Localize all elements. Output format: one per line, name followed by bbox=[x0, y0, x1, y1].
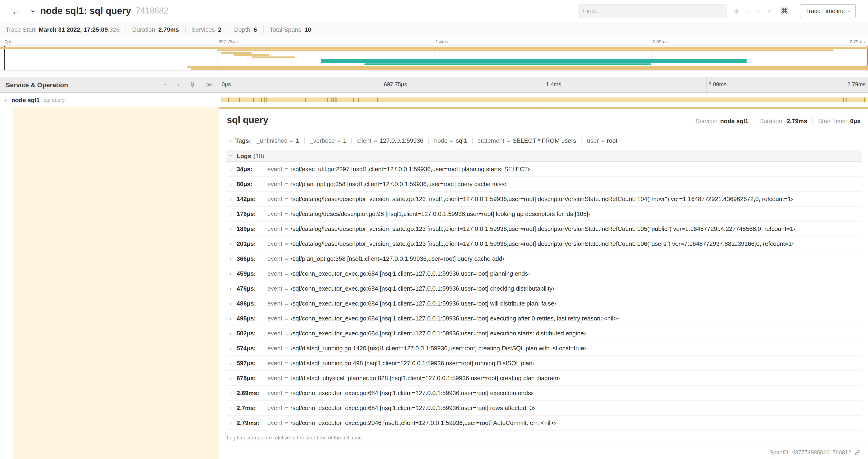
log-row[interactable]: ›502μs:event=‹sql/conn_executor_exec.go:… bbox=[226, 326, 862, 341]
span-row-timeline-cell[interactable] bbox=[219, 93, 868, 107]
minimap-left-handle[interactable] bbox=[4, 46, 5, 70]
log-marker bbox=[846, 97, 846, 102]
log-row[interactable]: ›201μs:event=‹sql/catalog/lease/descript… bbox=[226, 236, 862, 252]
log-field-value: ‹sql/exec_util.go:2297 [nsql1,client=127… bbox=[290, 166, 530, 173]
minimap-tick-label: 697.75μs bbox=[218, 39, 238, 44]
span-id-label: SpanID: bbox=[770, 449, 790, 456]
tag-key: _verbose bbox=[310, 137, 335, 144]
log-row[interactable]: ›495μs:event=‹sql/conn_executor_exec.go:… bbox=[226, 311, 862, 326]
log-field-key: event bbox=[268, 240, 282, 247]
log-field-value: ‹sql/conn_executor_exec.go:684 [nsql1,cl… bbox=[290, 390, 533, 396]
minimap-span bbox=[321, 61, 746, 63]
next-result-chevron-icon[interactable]: › bbox=[754, 10, 762, 12]
log-equals: = bbox=[285, 374, 288, 382]
log-row[interactable]: ›142μs:event=‹sql/catalog/lease/descript… bbox=[226, 192, 862, 207]
log-row[interactable]: ›2.69ms:event=‹sql/conn_executor_exec.go… bbox=[226, 386, 862, 401]
collapse-one-chevron-icon[interactable]: › bbox=[162, 84, 169, 86]
log-field-value: ‹sql/conn_executor_exec.go:2046 [nsql1,c… bbox=[290, 419, 556, 426]
logs-header[interactable]: › Logs (18) bbox=[226, 150, 862, 162]
minimap-span bbox=[321, 59, 746, 61]
log-row[interactable]: ›574μs:event=‹sql/distsql_running.go:142… bbox=[226, 341, 862, 356]
log-row[interactable]: ›189μs:event=‹sql/catalog/lease/descript… bbox=[226, 222, 862, 236]
tag-key: node bbox=[434, 137, 448, 144]
span-row: › node sql1 sql query bbox=[0, 93, 868, 107]
trace-start-label: Trace Start bbox=[6, 26, 35, 33]
detail-row-left-column bbox=[0, 107, 219, 459]
log-row[interactable]: ›2.79ms:event=‹sql/conn_executor_exec.go… bbox=[226, 416, 862, 431]
keyboard-shortcuts-button[interactable]: ⌘ bbox=[780, 6, 788, 16]
chevron-right-icon: › bbox=[229, 390, 231, 396]
log-field-key: event bbox=[268, 330, 282, 337]
chevron-right-icon: › bbox=[229, 405, 231, 411]
service-operation-header: Service & Operation › › ≫ ≫ bbox=[0, 77, 219, 92]
log-field-key: event bbox=[268, 300, 282, 307]
chevron-down-icon: › bbox=[228, 155, 235, 157]
minimap-canvas[interactable] bbox=[0, 45, 868, 70]
log-equals: = bbox=[285, 330, 288, 337]
log-equals: = bbox=[285, 419, 288, 426]
back-button[interactable]: ← bbox=[11, 5, 21, 17]
collapse-all-chevron-icon[interactable]: ≫ bbox=[189, 81, 196, 88]
chevron-right-icon: › bbox=[229, 210, 231, 217]
view-switcher-button[interactable]: Trace Timeline › bbox=[800, 4, 856, 18]
ruler-gridline bbox=[706, 77, 706, 92]
expand-one-chevron-icon[interactable]: › bbox=[177, 81, 179, 88]
depth-value: 6 bbox=[254, 26, 257, 33]
log-row[interactable]: ›176μs:event=‹sql/catalog/descs/descript… bbox=[226, 207, 862, 222]
span-detail-panel: sql query Service: node sql1 Duration: 2… bbox=[219, 107, 868, 459]
tag-equals: = bbox=[337, 137, 341, 144]
log-row[interactable]: ›678μs:event=‹sql/distsql_physical_plann… bbox=[226, 371, 862, 386]
log-equals: = bbox=[285, 225, 288, 232]
log-row[interactable]: ›486μs:event=‹sql/conn_executor_exec.go:… bbox=[226, 296, 862, 311]
log-marker bbox=[327, 97, 328, 102]
tag-equals: = bbox=[507, 137, 510, 144]
span-bar[interactable] bbox=[221, 97, 867, 102]
log-row[interactable]: ›34μs:event=‹sql/exec_util.go:2297 [nsql… bbox=[226, 162, 862, 177]
expand-all-chevron-icon[interactable]: ≫ bbox=[206, 81, 212, 88]
tags-row[interactable]: › Tags: _unfinished = 1 _verbose = 1 cli… bbox=[226, 131, 862, 150]
chevron-right-icon: › bbox=[229, 375, 231, 381]
log-time: 678μs: bbox=[237, 374, 264, 382]
spacer bbox=[0, 70, 868, 77]
trace-summary-bar: Trace Start March 31 2022, 17:25:09 .326… bbox=[0, 22, 868, 37]
log-equals: = bbox=[285, 360, 288, 367]
log-field-value: ‹sql/conn_executor_exec.go:684 [nsql1,cl… bbox=[290, 404, 535, 412]
log-row[interactable]: ›366μs:event=‹sql/plan_opt.go:358 [nsql1… bbox=[226, 252, 862, 266]
collapse-header-chevron-icon[interactable]: › bbox=[29, 10, 37, 12]
log-row[interactable]: ›597μs:event=‹sql/distsql_running.go:498… bbox=[226, 356, 862, 371]
ruler-tick-label: 2.09ms bbox=[708, 81, 726, 88]
detail-row-left-fill bbox=[12, 107, 219, 459]
copy-link-button[interactable] bbox=[855, 450, 861, 456]
tag-key: user bbox=[587, 137, 599, 144]
log-time: 189μs: bbox=[237, 225, 264, 232]
clear-search-icon[interactable]: × bbox=[768, 7, 771, 15]
circle-plus-icon[interactable]: ⊕ bbox=[734, 7, 739, 15]
log-field-value: ‹sql/conn_executor_exec.go:684 [nsql1,cl… bbox=[290, 300, 556, 307]
log-equals: = bbox=[285, 404, 288, 412]
log-equals: = bbox=[285, 255, 288, 262]
minimap-tick-label: 0μs bbox=[5, 39, 12, 44]
timeline-ruler[interactable]: 0μs 697.75μs 1.4ms 2.09ms 2.79ms bbox=[219, 77, 868, 92]
chevron-right-icon: › bbox=[229, 345, 231, 352]
find-input[interactable] bbox=[578, 4, 727, 18]
log-row[interactable]: ›476μs:event=‹sql/conn_executor_exec.go:… bbox=[226, 281, 862, 296]
span-detail-area: sql query Service: node sql1 Duration: 2… bbox=[0, 107, 868, 459]
span-overview: Service: node sql1 Duration: 2.79ms Star… bbox=[695, 118, 861, 125]
span-row-name-cell[interactable]: › node sql1 sql query bbox=[0, 93, 219, 107]
span-collapse-chevron-icon[interactable]: › bbox=[2, 99, 9, 101]
minimap-span bbox=[221, 52, 252, 54]
trace-start-value: March 31 2022, 17:25:09 bbox=[39, 26, 108, 33]
log-row[interactable]: ›2.7ms:event=‹sql/conn_executor_exec.go:… bbox=[226, 401, 862, 416]
log-time: 366μs: bbox=[237, 255, 264, 262]
logs-label: Logs bbox=[237, 152, 251, 159]
log-row[interactable]: ›80μs:event=‹sql/plan_opt.go:358 [nsql1,… bbox=[226, 177, 862, 192]
ruler-gridline bbox=[544, 77, 544, 92]
service-label: Service: bbox=[695, 118, 717, 125]
start-time-label: Start Time: bbox=[818, 118, 847, 125]
log-field-value: ‹sql/plan_opt.go:358 [nsql1,client=127.0… bbox=[290, 255, 504, 262]
prev-result-chevron-icon[interactable]: › bbox=[745, 10, 752, 12]
log-row[interactable]: ›459μs:event=‹sql/conn_executor_exec.go:… bbox=[226, 266, 862, 281]
minimap-span bbox=[217, 50, 833, 51]
services-value: 2 bbox=[218, 26, 221, 33]
logs-count: (18) bbox=[253, 152, 264, 159]
